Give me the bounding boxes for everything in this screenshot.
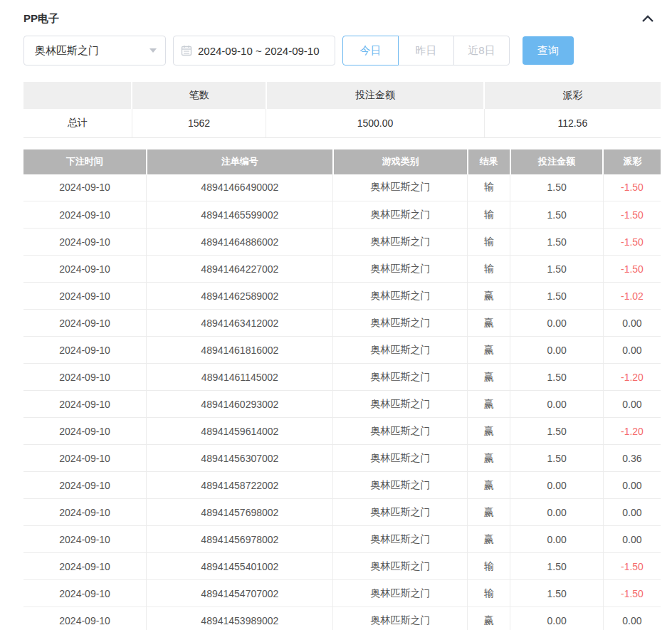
cell-game-category: 奥林匹斯之门: [333, 310, 468, 337]
cell-game-category: 奥林匹斯之门: [333, 201, 468, 229]
cell-bet-time: 2024-09-10: [23, 553, 147, 580]
header-game-category: 游戏类别: [333, 149, 468, 174]
cell-bet-time: 2024-09-10: [23, 580, 147, 607]
cell-bet-time: 2024-09-10: [23, 607, 147, 630]
cell-game-category: 奥林匹斯之门: [333, 472, 468, 499]
cell-order-id: 48941464227002: [147, 256, 333, 283]
cell-bet-amount: 0.00: [510, 472, 604, 499]
cell-result: 输: [468, 580, 510, 607]
table-row: 2024-09-1048941465599002奥林匹斯之门输1.50-1.50: [23, 201, 661, 229]
collapse-panel-button[interactable]: [639, 10, 656, 27]
cell-payout: 0.00: [603, 499, 661, 526]
cell-bet-time: 2024-09-10: [23, 310, 147, 337]
cell-order-id: 48941453989002: [147, 607, 333, 630]
cell-order-id: 48941466490002: [147, 174, 333, 201]
panel-header: PP电子: [23, 9, 661, 28]
cell-bet-time: 2024-09-10: [23, 499, 147, 526]
cell-bet-amount: 1.50: [510, 229, 604, 256]
cell-order-id: 48941454707002: [147, 580, 333, 607]
summary-total-count: 1562: [132, 109, 266, 137]
cell-bet-amount: 0.00: [510, 391, 604, 418]
cell-payout: -1.50: [603, 553, 661, 580]
chevron-up-icon: [642, 14, 653, 24]
summary-total-bet-amount: 1500.00: [266, 109, 484, 137]
cell-bet-amount: 1.50: [510, 364, 604, 391]
cell-order-id: 48941461145002: [147, 364, 333, 391]
cell-bet-amount: 0.00: [510, 337, 604, 364]
cell-bet-time: 2024-09-10: [23, 201, 147, 229]
header-payout: 派彩: [603, 149, 661, 174]
summary-header-count: 笔数: [132, 82, 266, 109]
cell-payout: -1.20: [603, 364, 661, 391]
cell-result: 输: [468, 256, 510, 283]
cell-payout: -1.50: [603, 580, 661, 607]
cell-game-category: 奥林匹斯之门: [333, 283, 468, 310]
cell-result: 赢: [468, 391, 510, 418]
cell-result: 输: [468, 553, 510, 580]
cell-bet-amount: 1.50: [510, 445, 604, 472]
cell-bet-time: 2024-09-10: [23, 418, 147, 445]
table-row: 2024-09-1048941454707002奥林匹斯之门输1.50-1.50: [23, 580, 661, 607]
cell-game-category: 奥林匹斯之门: [333, 337, 468, 364]
cell-bet-amount: 0.00: [510, 607, 604, 630]
header-result: 结果: [468, 149, 510, 174]
cell-result: 赢: [468, 418, 510, 445]
cell-payout: -1.20: [603, 418, 661, 445]
cell-order-id: 48941459614002: [147, 418, 333, 445]
date-range-input[interactable]: 2024-09-10 ~ 2024-09-10: [173, 36, 335, 65]
cell-result: 赢: [468, 283, 510, 310]
cell-bet-time: 2024-09-10: [23, 364, 147, 391]
cell-result: 赢: [468, 472, 510, 499]
cell-bet-amount: 0.00: [510, 310, 604, 337]
cell-game-category: 奥林匹斯之门: [333, 499, 468, 526]
cell-result: 输: [468, 201, 510, 229]
cell-order-id: 48941461816002: [147, 337, 333, 364]
cell-bet-amount: 1.50: [510, 201, 604, 229]
cell-order-id: 48941456978002: [147, 526, 333, 553]
cell-game-category: 奥林匹斯之门: [333, 391, 468, 418]
cell-bet-amount: 0.00: [510, 499, 604, 526]
cell-game-category: 奥林匹斯之门: [333, 553, 468, 580]
cell-order-id: 48941465599002: [147, 201, 333, 229]
cell-order-id: 48941464886002: [147, 229, 333, 256]
today-button[interactable]: 今日: [342, 36, 399, 65]
bet-table-header-row: 下注时间 注单编号 游戏类别 结果 投注金额 派彩: [23, 149, 661, 174]
table-row: 2024-09-1048941464227002奥林匹斯之门输1.50-1.50: [23, 256, 661, 283]
cell-result: 赢: [468, 607, 510, 630]
cell-result: 赢: [468, 445, 510, 472]
cell-payout: 0.00: [603, 526, 661, 553]
table-row: 2024-09-1048941466490002奥林匹斯之门输1.50-1.50: [23, 174, 661, 201]
summary-total-row: 总计 1562 1500.00 112.56: [23, 109, 661, 137]
cell-bet-time: 2024-09-10: [23, 283, 147, 310]
cell-game-category: 奥林匹斯之门: [333, 256, 468, 283]
cell-payout: 0.00: [603, 607, 661, 630]
game-select-value: 奥林匹斯之门: [35, 44, 99, 58]
cell-game-category: 奥林匹斯之门: [333, 418, 468, 445]
summary-header-row: 笔数 投注金额 派彩: [23, 82, 661, 109]
cell-game-category: 奥林匹斯之门: [333, 526, 468, 553]
cell-result: 赢: [468, 526, 510, 553]
cell-result: 输: [468, 229, 510, 256]
cell-bet-time: 2024-09-10: [23, 445, 147, 472]
cell-bet-amount: 1.50: [510, 283, 604, 310]
cell-game-category: 奥林匹斯之门: [333, 229, 468, 256]
last-8-days-button[interactable]: 近8日: [453, 36, 510, 65]
game-select[interactable]: 奥林匹斯之门: [23, 36, 166, 65]
cell-bet-time: 2024-09-10: [23, 229, 147, 256]
summary-header-bet-amount: 投注金额: [266, 82, 484, 109]
cell-bet-time: 2024-09-10: [23, 337, 147, 364]
cell-game-category: 奥林匹斯之门: [333, 364, 468, 391]
cell-bet-time: 2024-09-10: [23, 526, 147, 553]
cell-order-id: 48941463412002: [147, 310, 333, 337]
query-button[interactable]: 查询: [523, 36, 574, 65]
chevron-down-icon: [149, 48, 157, 53]
table-row: 2024-09-1048941453989002奥林匹斯之门赢0.000.00: [23, 607, 661, 630]
cell-result: 赢: [468, 310, 510, 337]
yesterday-button[interactable]: 昨日: [398, 36, 454, 65]
cell-payout: -1.50: [603, 174, 661, 201]
table-row: 2024-09-1048941461145002奥林匹斯之门赢1.50-1.20: [23, 364, 661, 391]
table-row: 2024-09-1048941464886002奥林匹斯之门输1.50-1.50: [23, 229, 661, 256]
cell-order-id: 48941460293002: [147, 391, 333, 418]
cell-bet-amount: 1.50: [510, 553, 604, 580]
cell-order-id: 48941457698002: [147, 499, 333, 526]
